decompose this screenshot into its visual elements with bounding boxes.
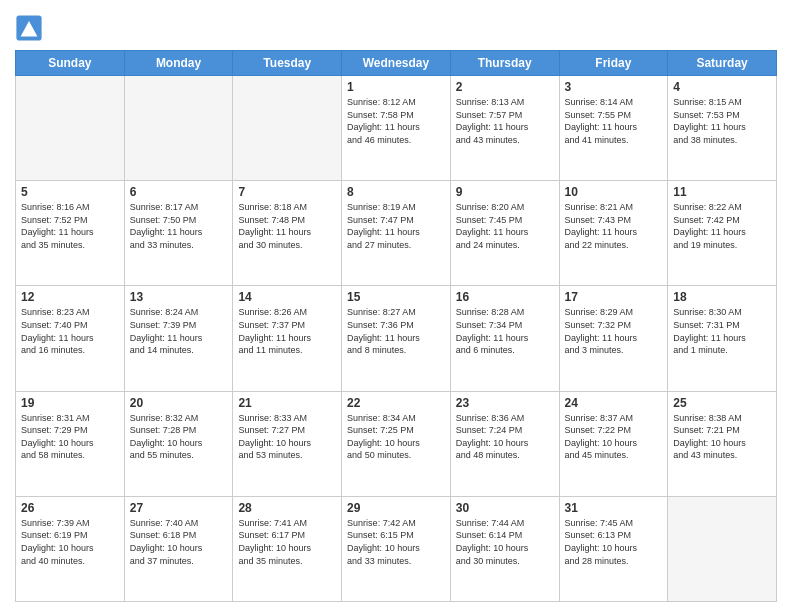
calendar-cell: 5Sunrise: 8:16 AM Sunset: 7:52 PM Daylig…	[16, 181, 125, 286]
day-info: Sunrise: 8:31 AM Sunset: 7:29 PM Dayligh…	[21, 412, 119, 462]
calendar-cell: 24Sunrise: 8:37 AM Sunset: 7:22 PM Dayli…	[559, 391, 668, 496]
day-info: Sunrise: 8:21 AM Sunset: 7:43 PM Dayligh…	[565, 201, 663, 251]
logo	[15, 14, 45, 42]
calendar-cell: 2Sunrise: 8:13 AM Sunset: 7:57 PM Daylig…	[450, 76, 559, 181]
calendar-cell: 14Sunrise: 8:26 AM Sunset: 7:37 PM Dayli…	[233, 286, 342, 391]
calendar-cell: 22Sunrise: 8:34 AM Sunset: 7:25 PM Dayli…	[342, 391, 451, 496]
day-info: Sunrise: 8:26 AM Sunset: 7:37 PM Dayligh…	[238, 306, 336, 356]
day-number: 11	[673, 185, 771, 199]
day-info: Sunrise: 7:45 AM Sunset: 6:13 PM Dayligh…	[565, 517, 663, 567]
weekday-header-sunday: Sunday	[16, 51, 125, 76]
calendar-cell	[16, 76, 125, 181]
calendar-week-row: 1Sunrise: 8:12 AM Sunset: 7:58 PM Daylig…	[16, 76, 777, 181]
calendar-cell: 17Sunrise: 8:29 AM Sunset: 7:32 PM Dayli…	[559, 286, 668, 391]
weekday-header-saturday: Saturday	[668, 51, 777, 76]
weekday-header-monday: Monday	[124, 51, 233, 76]
day-number: 1	[347, 80, 445, 94]
day-info: Sunrise: 8:15 AM Sunset: 7:53 PM Dayligh…	[673, 96, 771, 146]
calendar-cell: 11Sunrise: 8:22 AM Sunset: 7:42 PM Dayli…	[668, 181, 777, 286]
calendar-cell: 28Sunrise: 7:41 AM Sunset: 6:17 PM Dayli…	[233, 496, 342, 601]
day-info: Sunrise: 8:23 AM Sunset: 7:40 PM Dayligh…	[21, 306, 119, 356]
day-number: 10	[565, 185, 663, 199]
calendar-cell: 9Sunrise: 8:20 AM Sunset: 7:45 PM Daylig…	[450, 181, 559, 286]
calendar-cell: 21Sunrise: 8:33 AM Sunset: 7:27 PM Dayli…	[233, 391, 342, 496]
logo-icon	[15, 14, 43, 42]
day-number: 14	[238, 290, 336, 304]
calendar-cell: 23Sunrise: 8:36 AM Sunset: 7:24 PM Dayli…	[450, 391, 559, 496]
weekday-header-row: SundayMondayTuesdayWednesdayThursdayFrid…	[16, 51, 777, 76]
day-number: 6	[130, 185, 228, 199]
calendar-table: SundayMondayTuesdayWednesdayThursdayFrid…	[15, 50, 777, 602]
day-info: Sunrise: 7:41 AM Sunset: 6:17 PM Dayligh…	[238, 517, 336, 567]
day-info: Sunrise: 8:20 AM Sunset: 7:45 PM Dayligh…	[456, 201, 554, 251]
calendar-cell	[233, 76, 342, 181]
day-info: Sunrise: 8:32 AM Sunset: 7:28 PM Dayligh…	[130, 412, 228, 462]
day-number: 8	[347, 185, 445, 199]
calendar-cell: 1Sunrise: 8:12 AM Sunset: 7:58 PM Daylig…	[342, 76, 451, 181]
day-info: Sunrise: 8:30 AM Sunset: 7:31 PM Dayligh…	[673, 306, 771, 356]
day-info: Sunrise: 8:24 AM Sunset: 7:39 PM Dayligh…	[130, 306, 228, 356]
weekday-header-tuesday: Tuesday	[233, 51, 342, 76]
day-number: 18	[673, 290, 771, 304]
calendar-cell: 3Sunrise: 8:14 AM Sunset: 7:55 PM Daylig…	[559, 76, 668, 181]
day-number: 28	[238, 501, 336, 515]
calendar-cell: 18Sunrise: 8:30 AM Sunset: 7:31 PM Dayli…	[668, 286, 777, 391]
day-number: 3	[565, 80, 663, 94]
calendar-cell: 20Sunrise: 8:32 AM Sunset: 7:28 PM Dayli…	[124, 391, 233, 496]
day-info: Sunrise: 8:19 AM Sunset: 7:47 PM Dayligh…	[347, 201, 445, 251]
day-info: Sunrise: 8:28 AM Sunset: 7:34 PM Dayligh…	[456, 306, 554, 356]
day-info: Sunrise: 8:38 AM Sunset: 7:21 PM Dayligh…	[673, 412, 771, 462]
calendar-cell: 30Sunrise: 7:44 AM Sunset: 6:14 PM Dayli…	[450, 496, 559, 601]
page: SundayMondayTuesdayWednesdayThursdayFrid…	[0, 0, 792, 612]
day-info: Sunrise: 8:33 AM Sunset: 7:27 PM Dayligh…	[238, 412, 336, 462]
day-info: Sunrise: 8:14 AM Sunset: 7:55 PM Dayligh…	[565, 96, 663, 146]
calendar-cell: 6Sunrise: 8:17 AM Sunset: 7:50 PM Daylig…	[124, 181, 233, 286]
day-info: Sunrise: 7:39 AM Sunset: 6:19 PM Dayligh…	[21, 517, 119, 567]
day-number: 30	[456, 501, 554, 515]
day-number: 9	[456, 185, 554, 199]
day-info: Sunrise: 8:34 AM Sunset: 7:25 PM Dayligh…	[347, 412, 445, 462]
day-number: 17	[565, 290, 663, 304]
calendar-cell: 15Sunrise: 8:27 AM Sunset: 7:36 PM Dayli…	[342, 286, 451, 391]
day-info: Sunrise: 8:18 AM Sunset: 7:48 PM Dayligh…	[238, 201, 336, 251]
day-number: 19	[21, 396, 119, 410]
calendar-cell	[124, 76, 233, 181]
day-number: 31	[565, 501, 663, 515]
day-info: Sunrise: 8:17 AM Sunset: 7:50 PM Dayligh…	[130, 201, 228, 251]
calendar-cell: 4Sunrise: 8:15 AM Sunset: 7:53 PM Daylig…	[668, 76, 777, 181]
calendar-cell: 8Sunrise: 8:19 AM Sunset: 7:47 PM Daylig…	[342, 181, 451, 286]
calendar-cell: 29Sunrise: 7:42 AM Sunset: 6:15 PM Dayli…	[342, 496, 451, 601]
day-info: Sunrise: 7:44 AM Sunset: 6:14 PM Dayligh…	[456, 517, 554, 567]
day-number: 23	[456, 396, 554, 410]
day-number: 27	[130, 501, 228, 515]
day-number: 20	[130, 396, 228, 410]
weekday-header-thursday: Thursday	[450, 51, 559, 76]
calendar-cell: 27Sunrise: 7:40 AM Sunset: 6:18 PM Dayli…	[124, 496, 233, 601]
day-number: 2	[456, 80, 554, 94]
calendar-cell	[668, 496, 777, 601]
calendar-cell: 16Sunrise: 8:28 AM Sunset: 7:34 PM Dayli…	[450, 286, 559, 391]
day-number: 22	[347, 396, 445, 410]
day-info: Sunrise: 8:13 AM Sunset: 7:57 PM Dayligh…	[456, 96, 554, 146]
day-number: 15	[347, 290, 445, 304]
day-info: Sunrise: 8:12 AM Sunset: 7:58 PM Dayligh…	[347, 96, 445, 146]
day-number: 24	[565, 396, 663, 410]
calendar-cell: 7Sunrise: 8:18 AM Sunset: 7:48 PM Daylig…	[233, 181, 342, 286]
calendar-cell: 31Sunrise: 7:45 AM Sunset: 6:13 PM Dayli…	[559, 496, 668, 601]
calendar-week-row: 12Sunrise: 8:23 AM Sunset: 7:40 PM Dayli…	[16, 286, 777, 391]
day-info: Sunrise: 8:29 AM Sunset: 7:32 PM Dayligh…	[565, 306, 663, 356]
header	[15, 10, 777, 42]
day-info: Sunrise: 8:37 AM Sunset: 7:22 PM Dayligh…	[565, 412, 663, 462]
calendar-cell: 25Sunrise: 8:38 AM Sunset: 7:21 PM Dayli…	[668, 391, 777, 496]
day-number: 16	[456, 290, 554, 304]
weekday-header-friday: Friday	[559, 51, 668, 76]
calendar-cell: 13Sunrise: 8:24 AM Sunset: 7:39 PM Dayli…	[124, 286, 233, 391]
day-info: Sunrise: 8:36 AM Sunset: 7:24 PM Dayligh…	[456, 412, 554, 462]
day-number: 7	[238, 185, 336, 199]
calendar-week-row: 5Sunrise: 8:16 AM Sunset: 7:52 PM Daylig…	[16, 181, 777, 286]
calendar-cell: 10Sunrise: 8:21 AM Sunset: 7:43 PM Dayli…	[559, 181, 668, 286]
day-info: Sunrise: 8:27 AM Sunset: 7:36 PM Dayligh…	[347, 306, 445, 356]
day-number: 5	[21, 185, 119, 199]
day-info: Sunrise: 7:40 AM Sunset: 6:18 PM Dayligh…	[130, 517, 228, 567]
day-number: 12	[21, 290, 119, 304]
